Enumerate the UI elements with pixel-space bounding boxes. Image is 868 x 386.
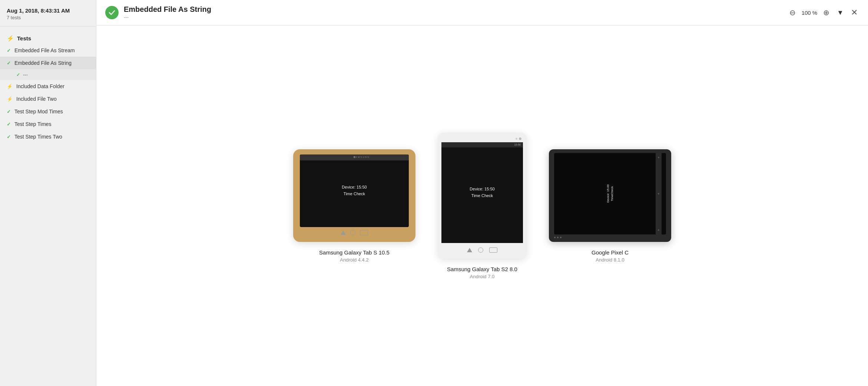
device-gallery: SAMSUNG Device: 15:50Time Check Samsung … bbox=[96, 26, 868, 386]
pass-icon: ✓ bbox=[7, 48, 11, 53]
sidebar-item-embedded-file-stream[interactable]: ✓ Embedded File As Stream bbox=[0, 44, 96, 57]
sidebar-item-embedded-file-string[interactable]: ✓ Embedded File As String bbox=[0, 57, 96, 69]
sidebar-section-label: Tests bbox=[17, 35, 31, 41]
sidebar: Aug 1, 2018, 8:43:31 AM 7 tests ⚡ Tests … bbox=[0, 0, 96, 386]
pass-icon: ✓ bbox=[7, 134, 11, 140]
tablet-white-frame: 15:50 Device: 15:50Time Check bbox=[438, 133, 527, 259]
status-bar-text: 15:50 bbox=[514, 143, 521, 146]
bolt-icon: ⚡ bbox=[7, 35, 14, 42]
device-card-google-pixel-c: Device: 15:49TimeCheck Google Pixel bbox=[549, 149, 671, 263]
device-screen-samsung-tab-s2: 15:50 Device: 15:50Time Check bbox=[438, 133, 527, 259]
device-top-bar: SAMSUNG bbox=[300, 154, 409, 160]
device-card-samsung-tab-s2: 15:50 Device: 15:50Time Check Samsung Ga… bbox=[438, 133, 527, 279]
zoom-in-button[interactable]: ⊕ bbox=[822, 7, 831, 19]
camera-dot bbox=[519, 137, 521, 140]
screen-google-pixel-c: Device: 15:49TimeCheck bbox=[554, 153, 666, 234]
status-badge bbox=[105, 6, 119, 19]
sidebar-item-test-step-times[interactable]: ✓ Test Step Times bbox=[0, 118, 96, 130]
side-dot bbox=[658, 157, 659, 158]
sensor-dot bbox=[516, 138, 517, 140]
sidebar-item-included-data-folder[interactable]: ⚡ Included Data Folder bbox=[0, 80, 96, 93]
sidebar-item-label: Embedded File As Stream bbox=[14, 47, 75, 53]
sidebar-nav: ⚡ Tests ✓ Embedded File As Stream ✓ Embe… bbox=[0, 27, 96, 149]
device-name-samsung-tab-s: Samsung Galaxy Tab S 10.5 bbox=[319, 249, 390, 256]
device-name-samsung-tab-s2: Samsung Galaxy Tab S2 8.0 bbox=[447, 266, 517, 272]
device-name-google-pixel-c: Google Pixel C bbox=[592, 249, 629, 256]
filter-button[interactable]: ▼ bbox=[835, 7, 845, 18]
screen-samsung-tab-s2: 15:50 Device: 15:50Time Check bbox=[441, 142, 523, 243]
sidebar-header: Aug 1, 2018, 8:43:31 AM 7 tests bbox=[0, 0, 96, 27]
sidebar-subitem-label: --- bbox=[23, 72, 28, 77]
bottom-dot bbox=[557, 237, 559, 238]
recent-button bbox=[360, 230, 368, 235]
main-content: Embedded File As String --- ⊖ 100 % ⊕ ▼ … bbox=[96, 0, 868, 386]
bolt-icon: ⚡ bbox=[7, 84, 13, 89]
sidebar-item-label: Test Step Times bbox=[14, 121, 52, 127]
device-card-samsung-tab-s: SAMSUNG Device: 15:50Time Check Samsung … bbox=[293, 149, 415, 263]
sidebar-item-label: Included File Two bbox=[16, 96, 57, 102]
zoom-level: 100 % bbox=[802, 10, 818, 16]
pass-icon: ✓ bbox=[7, 60, 11, 66]
sidebar-test-count: 7 tests bbox=[7, 15, 89, 20]
close-button[interactable]: ✕ bbox=[849, 6, 859, 19]
pass-icon: ✓ bbox=[7, 122, 11, 127]
pass-icon: ✓ bbox=[7, 109, 11, 114]
tablet-gold-frame: SAMSUNG Device: 15:50Time Check bbox=[293, 149, 415, 242]
home-button bbox=[478, 247, 483, 253]
device-bottom-bar bbox=[341, 229, 368, 237]
sidebar-item-label: Included Data Folder bbox=[16, 83, 64, 89]
device-top-sensors bbox=[441, 136, 523, 142]
page-subtitle: --- bbox=[124, 14, 788, 20]
screen-text-google-pixel-c: Device: 15:49TimeCheck bbox=[606, 184, 614, 203]
bolt-icon: ⚡ bbox=[7, 96, 13, 102]
bottom-dot bbox=[560, 237, 561, 238]
sidebar-item-included-file-two[interactable]: ⚡ Included File Two bbox=[0, 93, 96, 105]
device-os-google-pixel-c: Android 8.1.0 bbox=[596, 257, 624, 263]
device-screen-samsung-tab-s: SAMSUNG Device: 15:50Time Check bbox=[293, 149, 415, 242]
device-bottom-dots bbox=[554, 234, 666, 238]
topbar-title-group: Embedded File As String --- bbox=[124, 5, 788, 20]
device-bottom-bar-white bbox=[467, 244, 497, 256]
top-bar: Embedded File As String --- ⊖ 100 % ⊕ ▼ … bbox=[96, 0, 868, 26]
sidebar-date: Aug 1, 2018, 8:43:31 AM bbox=[7, 7, 89, 14]
recent-button bbox=[489, 247, 497, 253]
screen-text-samsung-tab-s2: Device: 15:50Time Check bbox=[470, 186, 494, 199]
sidebar-item-label: Test Step Mod Times bbox=[14, 109, 63, 114]
back-button bbox=[467, 248, 472, 252]
device-os-samsung-tab-s: Android 4.4.2 bbox=[340, 257, 368, 263]
device-screen-google-pixel-c: Device: 15:49TimeCheck bbox=[549, 149, 671, 242]
sidebar-subitem-dashes[interactable]: ✓ --- bbox=[0, 69, 96, 80]
side-dot bbox=[658, 229, 659, 231]
sidebar-item-label: Test Step Times Two bbox=[14, 134, 62, 140]
home-button bbox=[350, 230, 355, 235]
tablet-dark-frame: Device: 15:49TimeCheck bbox=[549, 149, 671, 242]
screen-text-samsung-tab-s: Device: 15:50Time Check bbox=[342, 184, 367, 197]
sidebar-item-label: Embedded File As String bbox=[14, 60, 72, 66]
side-strip bbox=[656, 153, 662, 234]
device-os-samsung-tab-s2: Android 7.0 bbox=[470, 274, 495, 279]
screen-status-bar: 15:50 bbox=[441, 142, 523, 147]
sidebar-section-header: ⚡ Tests bbox=[0, 33, 96, 44]
screen-samsung-tab-s: SAMSUNG Device: 15:50Time Check bbox=[300, 154, 409, 227]
brand-label: SAMSUNG bbox=[354, 156, 355, 158]
sidebar-item-test-step-mod-times[interactable]: ✓ Test Step Mod Times bbox=[0, 105, 96, 118]
back-button bbox=[341, 230, 346, 235]
side-dot bbox=[658, 193, 659, 194]
zoom-out-button[interactable]: ⊖ bbox=[788, 7, 797, 19]
sidebar-item-test-step-times-two[interactable]: ✓ Test Step Times Two bbox=[0, 130, 96, 143]
topbar-controls: ⊖ 100 % ⊕ ▼ ✕ bbox=[788, 6, 859, 19]
bottom-dot bbox=[554, 237, 556, 238]
page-title: Embedded File As String bbox=[124, 5, 788, 14]
pass-icon: ✓ bbox=[16, 72, 20, 77]
